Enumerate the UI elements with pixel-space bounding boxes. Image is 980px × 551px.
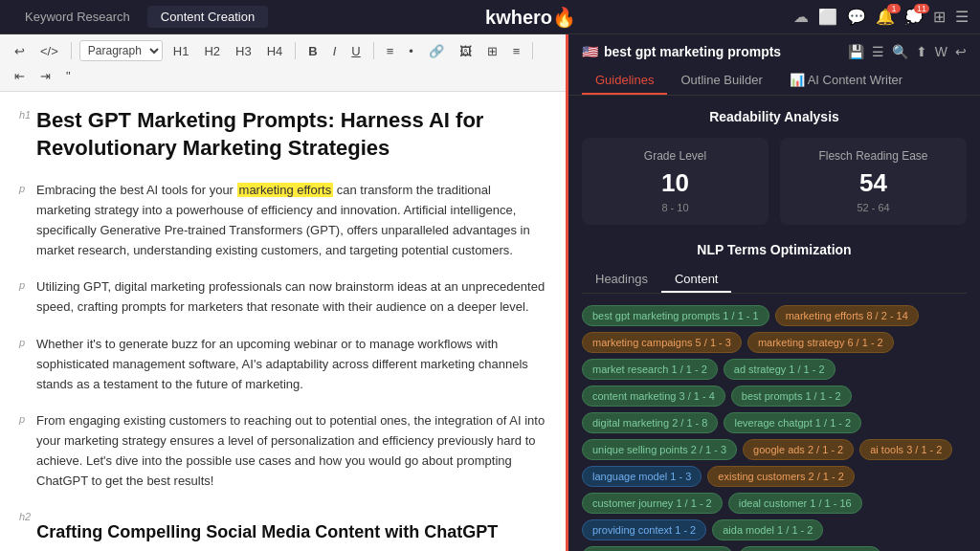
right-panel-content: Readability Analysis Grade Level 10 8 - … xyxy=(568,96,980,551)
bold-button[interactable]: B xyxy=(303,42,322,60)
flesch-range: 52 - 64 xyxy=(791,202,955,213)
toolbar-separator-3 xyxy=(373,42,374,59)
nlp-tag[interactable]: relevant hashtags 2 / 1 - 2 xyxy=(739,546,881,551)
editor-content[interactable]: h1 Best GPT Marketing Prompts: Harness A… xyxy=(0,92,566,551)
nlp-tag[interactable]: aida model 1 / 1 - 2 xyxy=(712,519,823,540)
list-icon[interactable]: ☰ xyxy=(872,44,884,59)
paragraph-2-row: p Utilizing GPT, digital marketing profe… xyxy=(19,277,546,327)
nlp-tag[interactable]: existing customers 2 / 1 - 2 xyxy=(707,466,854,487)
unordered-list-button[interactable]: • xyxy=(404,42,418,60)
indent-out-button[interactable]: ⇤ xyxy=(10,67,30,85)
main-layout: ↩ </> Paragraph H1 H2 H3 H4 B I U ≡ • 🔗 … xyxy=(0,34,980,551)
ordered-list-button[interactable]: ≡ xyxy=(382,42,399,60)
para-3-label: p xyxy=(19,337,31,348)
nlp-tag[interactable]: ai tools 3 / 1 - 2 xyxy=(859,439,952,460)
tab-outline-builder[interactable]: Outline Builder xyxy=(667,67,775,95)
bubble-icon[interactable]: 💬 xyxy=(847,8,866,26)
readability-title: Readability Analysis xyxy=(582,109,967,124)
nav-icons: ☁ ⬜ 💬 🔔 1 💭 11 ⊞ ☰ xyxy=(793,8,969,26)
nlp-tag[interactable]: marketing campaigns 5 / 1 - 3 xyxy=(582,332,742,353)
top-navigation: Keyword Research Content Creation kwhero… xyxy=(0,0,980,34)
menu-icon[interactable]: ☰ xyxy=(955,8,969,26)
right-header-icons: 💾 ☰ 🔍 ⬆ W ↩ xyxy=(848,44,967,59)
code-button[interactable]: </> xyxy=(35,42,63,60)
para-1-label: p xyxy=(19,183,31,194)
align-button[interactable]: ≡ xyxy=(508,42,525,60)
flag-icon: 🇺🇸 xyxy=(582,44,598,59)
right-panel: 🇺🇸 best gpt marketing prompts 💾 ☰ 🔍 ⬆ W … xyxy=(568,34,980,551)
logo-accent: 🔥 xyxy=(552,7,576,28)
quote-button[interactable]: " xyxy=(61,67,76,85)
cloud-icon[interactable]: ☁ xyxy=(793,8,809,26)
nlp-tag[interactable]: potential customers 3 / 3 - 4 xyxy=(582,546,733,551)
tab-ai-label: AI Content Writer xyxy=(808,73,902,87)
undo-button[interactable]: ↩ xyxy=(10,42,30,60)
chat-icon[interactable]: 💭 11 xyxy=(904,8,924,26)
nlp-tab-headings[interactable]: Headings xyxy=(582,267,661,293)
h1-button[interactable]: H1 xyxy=(168,42,194,60)
table-button[interactable]: ⊞ xyxy=(482,42,502,60)
grade-level-value: 10 xyxy=(593,168,757,198)
paragraph-2: Utilizing GPT, digital marketing profess… xyxy=(36,277,546,318)
para-1-highlight: marketing efforts xyxy=(237,183,334,197)
toggle-icon[interactable]: ⬜ xyxy=(818,8,837,26)
nlp-tag[interactable]: best prompts 1 / 1 - 2 xyxy=(731,386,852,407)
section-heading-2: Crafting Compelling Social Media Content… xyxy=(36,522,498,542)
right-header-top: 🇺🇸 best gpt marketing prompts 💾 ☰ 🔍 ⬆ W … xyxy=(582,44,967,59)
paragraph-3-row: p Whether it's to generate buzz for an u… xyxy=(19,335,546,404)
nlp-tag[interactable]: content marketing 3 / 1 - 4 xyxy=(582,386,725,407)
bell-icon[interactable]: 🔔 1 xyxy=(876,8,895,26)
refresh-icon[interactable]: ↩ xyxy=(955,44,967,59)
image-button[interactable]: 🖼 xyxy=(455,42,477,60)
nlp-tag[interactable]: best gpt marketing prompts 1 / 1 - 1 xyxy=(582,305,769,326)
paragraph-4: From engaging existing customers to reac… xyxy=(36,411,546,491)
grade-level-range: 8 - 10 xyxy=(593,202,757,213)
nlp-tag[interactable]: leverage chatgpt 1 / 1 - 2 xyxy=(724,412,861,433)
nlp-tag[interactable]: ad strategy 1 / 1 - 2 xyxy=(724,359,835,380)
nlp-tag[interactable]: digital marketing 2 / 1 - 8 xyxy=(582,412,718,433)
nlp-tag[interactable]: marketing efforts 8 / 2 - 14 xyxy=(775,305,919,326)
flesch-card: Flesch Reading Ease 54 52 - 64 xyxy=(780,138,967,225)
h4-button[interactable]: H4 xyxy=(262,42,288,60)
grade-level-label: Grade Level xyxy=(593,149,757,163)
chat-badge: 11 xyxy=(914,4,929,13)
indent-in-button[interactable]: ⇥ xyxy=(35,67,56,85)
underline-button[interactable]: U xyxy=(346,42,365,60)
paragraph-style-select[interactable]: Paragraph xyxy=(79,40,163,61)
nav-tab-keyword-research[interactable]: Keyword Research xyxy=(11,6,144,28)
paragraph-1: Embracing the best AI tools for your mar… xyxy=(36,181,546,260)
para-2-label: p xyxy=(19,279,31,291)
ai-icon: 📊 xyxy=(790,73,805,87)
nlp-tab-content[interactable]: Content xyxy=(661,267,732,293)
toolbar-separator-4 xyxy=(532,42,533,59)
bell-badge: 1 xyxy=(887,4,901,13)
nlp-tag[interactable]: language model 1 - 3 xyxy=(582,466,702,487)
right-panel-header: 🇺🇸 best gpt marketing prompts 💾 ☰ 🔍 ⬆ W … xyxy=(568,34,980,96)
grid-icon[interactable]: ⊞ xyxy=(933,8,946,26)
h2-button[interactable]: H2 xyxy=(199,42,225,60)
paragraph-1-row: p Embracing the best AI tools for your m… xyxy=(19,181,546,270)
flesch-label: Flesch Reading Ease xyxy=(791,149,955,163)
nlp-tag[interactable]: ideal customer 1 / 1 - 16 xyxy=(728,493,862,514)
nlp-tag[interactable]: google ads 2 / 1 - 2 xyxy=(743,439,854,460)
nlp-tag[interactable]: marketing strategy 6 / 1 - 2 xyxy=(747,332,894,353)
italic-button[interactable]: I xyxy=(328,42,342,60)
nav-tab-content-creation[interactable]: Content Creation xyxy=(147,6,268,28)
nlp-tag[interactable]: customer journey 1 / 1 - 2 xyxy=(582,493,723,514)
h3-button[interactable]: H3 xyxy=(231,42,256,60)
share-icon[interactable]: ⬆ xyxy=(916,44,927,59)
wordpress-icon[interactable]: W xyxy=(935,44,947,59)
toolbar-separator-1 xyxy=(71,42,72,59)
nlp-tag[interactable]: market research 1 / 1 - 2 xyxy=(582,359,718,380)
link-button[interactable]: 🔗 xyxy=(424,42,449,60)
nlp-tag[interactable]: providing context 1 - 2 xyxy=(582,519,706,540)
editor-toolbar: ↩ </> Paragraph H1 H2 H3 H4 B I U ≡ • 🔗 … xyxy=(0,34,566,92)
app-logo: kwhero🔥 xyxy=(268,6,793,29)
flesch-value: 54 xyxy=(791,168,955,198)
nlp-tag[interactable]: unique selling points 2 / 1 - 3 xyxy=(582,439,737,460)
h2-label: h2 xyxy=(19,511,31,522)
search-icon[interactable]: 🔍 xyxy=(892,44,908,59)
tab-guidelines[interactable]: Guidelines xyxy=(582,67,667,95)
save-icon[interactable]: 💾 xyxy=(848,44,864,59)
tab-ai-content-writer[interactable]: 📊 AI Content Writer xyxy=(776,67,916,95)
